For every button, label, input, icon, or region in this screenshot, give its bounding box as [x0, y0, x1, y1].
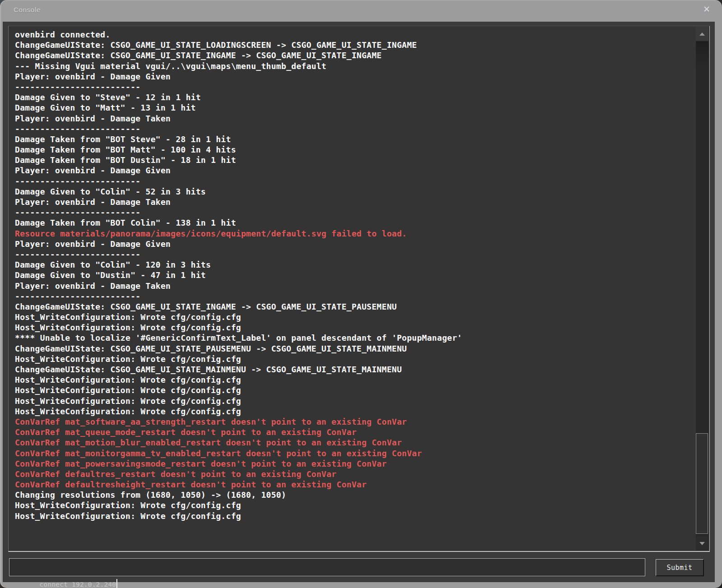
- console-line: Player: ovenbird - Damage Given: [15, 71, 690, 82]
- console-line: -------------------------: [15, 124, 690, 134]
- console-line: Host_WriteConfiguration: Wrote cfg/confi…: [15, 312, 690, 322]
- console-line: -------------------------: [15, 291, 690, 301]
- console-line: Player: ovenbird - Damage Taken: [15, 197, 690, 207]
- console-line: ovenbird connected.: [15, 29, 690, 40]
- scroll-down-button[interactable]: [696, 536, 708, 551]
- text-cursor: [116, 579, 117, 588]
- console-line: ChangeGameUIState: CSGO_GAME_UI_STATE_PA…: [15, 343, 690, 354]
- console-line: -------------------------: [15, 207, 690, 218]
- scroll-down-icon: [699, 542, 705, 545]
- console-output-panel: ovenbird connected.ChangeGameUIState: CS…: [8, 26, 710, 552]
- console-line: ChangeGameUIState: CSGO_GAME_UI_STATE_IN…: [15, 50, 690, 60]
- scroll-up-button[interactable]: [696, 27, 708, 41]
- console-line: Damage Given to "Matt" - 13 in 1 hit: [15, 102, 690, 113]
- console-line: Damage Taken from "BOT Steve" - 28 in 1 …: [15, 134, 690, 144]
- console-line: ChangeGameUIState: CSGO_GAME_UI_STATE_LO…: [15, 40, 690, 50]
- console-line: Host_WriteConfiguration: Wrote cfg/confi…: [15, 375, 690, 385]
- console-line: -------------------------: [15, 249, 690, 259]
- console-line: -------------------------: [15, 176, 690, 186]
- console-line: ConVarRef defaultres_restart doesn't poi…: [15, 469, 690, 479]
- console-line: ChangeGameUIState: CSGO_GAME_UI_STATE_MA…: [15, 364, 690, 375]
- console-line: **** Unable to localize '#GenericConfirm…: [15, 333, 690, 343]
- console-line: Player: ovenbird - Damage Taken: [15, 113, 690, 124]
- console-line: Damage Given to "Colin" - 120 in 3 hits: [15, 259, 690, 270]
- console-line: Player: ovenbird - Damage Given: [15, 165, 690, 176]
- console-line: Damage Taken from "BOT Dustin" - 18 in 1…: [15, 155, 690, 165]
- console-line: ConVarRef mat_powersavingsmode_restart d…: [15, 458, 690, 469]
- console-line: ConVarRef mat_motion_blur_enabled_restar…: [15, 437, 690, 448]
- console-line: Changing resolutions from (1680, 1050) -…: [15, 490, 690, 500]
- console-line: ConVarRef defaultresheight_restart doesn…: [15, 479, 690, 490]
- console-line: Host_WriteConfiguration: Wrote cfg/confi…: [15, 406, 690, 417]
- command-input-value: connect 192.0.2.240: [40, 581, 116, 588]
- console-line: --- Missing Vgui material vgui/..\vgui\m…: [15, 61, 690, 71]
- console-line: Player: ovenbird - Damage Given: [15, 239, 690, 249]
- window-title: Console: [14, 6, 41, 14]
- console-line: Host_WriteConfiguration: Wrote cfg/confi…: [15, 396, 690, 406]
- console-line: Damage Taken from "BOT Colin" - 138 in 1…: [15, 218, 690, 228]
- scrollbar-thumb[interactable]: [696, 433, 708, 534]
- console-line: Host_WriteConfiguration: Wrote cfg/confi…: [15, 511, 690, 521]
- console-line: Damage Given to "Dustin" - 47 in 1 hit: [15, 270, 690, 280]
- console-line: ChangeGameUIState: CSGO_GAME_UI_STATE_IN…: [15, 301, 690, 312]
- console-window: Console ✕ ovenbird connected.ChangeGameU…: [0, 0, 722, 588]
- console-line: Host_WriteConfiguration: Wrote cfg/confi…: [15, 354, 690, 364]
- scrollbar-track[interactable]: [696, 41, 708, 536]
- console-line: Damage Given to "Steve" - 12 in 1 hit: [15, 92, 690, 102]
- close-icon[interactable]: ✕: [703, 5, 710, 14]
- console-line: Host_WriteConfiguration: Wrote cfg/confi…: [15, 322, 690, 333]
- console-line: Host_WriteConfiguration: Wrote cfg/confi…: [15, 385, 690, 395]
- console-line: ConVarRef mat_software_aa_strength_resta…: [15, 417, 690, 427]
- console-line: Host_WriteConfiguration: Wrote cfg/confi…: [15, 500, 690, 510]
- console-line: ConVarRef mat_queue_mode_restart doesn't…: [15, 427, 690, 437]
- console-output: ovenbird connected.ChangeGameUIState: CS…: [15, 29, 690, 549]
- console-line: Player: ovenbird - Damage Taken: [15, 281, 690, 291]
- console-line: -------------------------: [15, 82, 690, 92]
- scrollbar[interactable]: [696, 27, 708, 551]
- console-line: Resource materials/panorama/images/icons…: [15, 228, 690, 239]
- client-area: ovenbird connected.ChangeGameUIState: CS…: [3, 22, 715, 582]
- command-input[interactable]: connect 192.0.2.240: [9, 558, 645, 576]
- scroll-up-icon: [699, 32, 705, 36]
- console-line: Damage Given to "Colin" - 52 in 3 hits: [15, 186, 690, 197]
- console-line: Damage Taken from "BOT Matt" - 100 in 4 …: [15, 144, 690, 155]
- titlebar[interactable]: Console ✕: [0, 0, 722, 22]
- submit-button[interactable]: Submit: [656, 559, 704, 576]
- console-line: ConVarRef mat_monitorgamma_tv_enabled_re…: [15, 448, 690, 458]
